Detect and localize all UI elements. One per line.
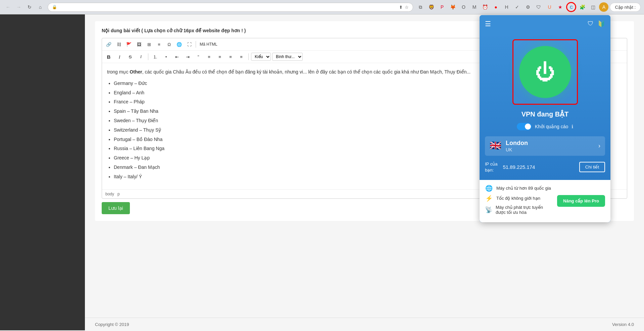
metamask-icon[interactable]: 🦊: [448, 2, 457, 12]
reload-button[interactable]: ↻: [25, 2, 34, 12]
feature-text-2: Tốc độ không giới hạn: [496, 196, 540, 201]
copyright-text: Copyright © 2019: [95, 322, 129, 327]
vpn-footer: 🌐 Máy chủ từ hơn 89 quốc gia ⚡ Tốc độ kh…: [480, 180, 610, 222]
vpn-ip-row: IP của bạn: 51.89.225.174 Chi tiết: [485, 161, 605, 173]
home-button[interactable]: ⌂: [36, 2, 45, 12]
toolbar-separator2: [148, 53, 148, 60]
lastpass-icon[interactable]: ●: [491, 2, 500, 12]
location-city: London: [506, 140, 598, 147]
italic2-button[interactable]: I: [136, 52, 146, 61]
toolbar-icons: ⧉ 🦁 P 🦊 O M ⏰ ● H ✓ ⚙ 🛡 U ★ C 🧩 ◫ A Cập …: [416, 2, 641, 12]
vpn-power-button[interactable]: ⏻: [519, 46, 571, 98]
vpn-panel: ☰ 🛡 🔰 ⏻ VPN đang BẬT Khởi quảng cáo ℹ 🇬🇧…: [480, 15, 610, 222]
ordered-list-btn[interactable]: 1.: [151, 52, 160, 61]
uk-flag-icon: 🇬🇧: [490, 140, 502, 152]
ext1-icon[interactable]: ✓: [512, 2, 522, 12]
extensions-icon[interactable]: ⧉: [416, 2, 425, 12]
footer-body: body: [105, 192, 114, 196]
pinterest-icon[interactable]: P: [437, 2, 447, 12]
sidebar-icon[interactable]: ◫: [588, 2, 598, 12]
quote-btn[interactable]: ": [194, 52, 203, 61]
copyright-bar: Copyright © 2019 Version 4.0: [85, 318, 644, 331]
profile-avatar[interactable]: A: [599, 2, 608, 12]
outdent-btn[interactable]: ⇥: [183, 52, 192, 61]
brave-wallet-icon[interactable]: U: [545, 2, 554, 12]
upgrade-button[interactable]: Nâng cấp lên Pro: [557, 195, 605, 207]
vpn-status-text: VPN đang BẬT: [522, 110, 569, 118]
vpn-location-row[interactable]: 🇬🇧 London UK ›: [485, 136, 605, 156]
vpn-features-list: 🌐 Máy chủ từ hơn 89 quốc gia ⚡ Tốc độ kh…: [485, 185, 554, 218]
feature-text-3: Máy chủ phát trực tuyến được tối ưu hóa: [496, 205, 554, 215]
image-btn[interactable]: 🖼: [134, 40, 144, 49]
align-right-btn[interactable]: ≡: [226, 52, 235, 61]
ad-block-toggle[interactable]: [517, 123, 532, 130]
align-left-btn[interactable]: ≡: [204, 52, 214, 61]
feature-text-1: Máy chủ từ hơn 89 quốc gia: [496, 186, 551, 191]
toolbar-separator3: [248, 53, 249, 60]
globe-feature-icon: 🌐: [485, 185, 493, 192]
vpn-footer-inner: 🌐 Máy chủ từ hơn 89 quốc gia ⚡ Tốc độ kh…: [485, 185, 605, 218]
ntp-icon[interactable]: ⏰: [480, 2, 490, 12]
browser-chrome: ← → ↻ ⌂ 🔒 phamthanhxuan.com/admin/baivie…: [0, 0, 644, 14]
vpn-header: ☰ 🛡 🔰: [480, 15, 610, 33]
location-arrow-icon: ›: [598, 142, 600, 149]
address-bar[interactable]: 🔒 phamthanhxuan.com/admin/baiviet/create…: [48, 3, 413, 12]
puzzle-icon[interactable]: 🧩: [578, 2, 587, 12]
format-select[interactable]: Bình thư...: [272, 53, 303, 61]
forward-button[interactable]: →: [14, 2, 23, 12]
lock-icon: 🔒: [52, 5, 57, 9]
flag-btn[interactable]: 🚩: [124, 40, 134, 49]
bookmark-icon[interactable]: ★: [555, 2, 565, 12]
indent-btn[interactable]: ⇤: [172, 52, 182, 61]
update-button[interactable]: Cập nhật :: [610, 3, 641, 12]
url-input[interactable]: phamthanhxuan.com/admin/baiviet/create: [59, 5, 397, 10]
share-icon: ⬆: [399, 5, 403, 10]
omega-btn[interactable]: Ω: [164, 40, 174, 49]
html-btn[interactable]: Mã HTML: [198, 40, 219, 49]
style-select[interactable]: Kiểu: [251, 53, 271, 61]
ip-address: 51.89.225.174: [503, 164, 574, 170]
back-button[interactable]: ←: [3, 2, 13, 12]
detail-button[interactable]: Chi tiết: [579, 162, 605, 172]
strikethrough-button[interactable]: S: [126, 52, 135, 61]
align-btn[interactable]: ≡: [154, 40, 164, 49]
stream-feature-icon: 📡: [485, 206, 492, 214]
speed-feature-icon: ⚡: [485, 195, 493, 202]
vpn-header-icons: 🛡 🔰: [588, 20, 605, 28]
align-center-btn[interactable]: ≡: [215, 52, 225, 61]
vpn-extension-icon[interactable]: C: [566, 2, 576, 12]
vpn-feature-3: 📡 Máy chủ phát trực tuyến được tối ưu hó…: [485, 205, 554, 215]
brave-icon[interactable]: 🦁: [427, 2, 436, 12]
vpn-power-container: ⏻: [512, 39, 578, 105]
fullscreen-btn[interactable]: ⛶: [185, 40, 194, 49]
browser-toolbar: ← → ↻ ⌂ 🔒 phamthanhxuan.com/admin/baivie…: [0, 0, 644, 14]
gmail-icon[interactable]: M: [469, 2, 479, 12]
star-icon: ☆: [405, 5, 409, 10]
save-button[interactable]: Lưu lại: [102, 202, 130, 214]
settings-icon[interactable]: ⚙: [523, 2, 533, 12]
nav-buttons: ← → ↻ ⌂: [3, 2, 45, 12]
info-icon[interactable]: ℹ: [572, 124, 573, 129]
toolbar-separator: [196, 41, 196, 48]
globe-btn[interactable]: 🌐: [175, 40, 184, 49]
unlink-btn[interactable]: ⛓: [114, 40, 123, 49]
vpn-feature-2: ⚡ Tốc độ không giới hạn: [485, 195, 554, 202]
vpn-menu-icon[interactable]: ☰: [485, 20, 491, 28]
unordered-list-btn[interactable]: •: [161, 52, 171, 61]
location-country: UK: [506, 147, 598, 152]
justify-btn[interactable]: ≡: [237, 52, 246, 61]
table-btn[interactable]: ⊞: [144, 40, 154, 49]
vpn-feature-1: 🌐 Máy chủ từ hơn 89 quốc gia: [485, 185, 554, 192]
version-text: Version 4.0: [612, 322, 634, 327]
honey-icon[interactable]: H: [502, 2, 511, 12]
location-text: London UK: [506, 140, 598, 152]
brave-shield-icon[interactable]: 🛡: [534, 2, 543, 12]
vpn-broken-shield-icon[interactable]: 🔰: [598, 20, 605, 28]
vpn-toggle-row: Khởi quảng cáo ℹ: [485, 123, 605, 130]
link-btn[interactable]: 🔗: [104, 40, 113, 49]
vpn-body: ⏻ VPN đang BẬT Khởi quảng cáo ℹ 🇬🇧 Londo…: [480, 33, 610, 180]
opera-icon[interactable]: O: [459, 2, 468, 12]
vpn-shield-icon[interactable]: 🛡: [588, 20, 594, 28]
bold-button[interactable]: B: [104, 52, 113, 61]
italic-button[interactable]: I: [115, 52, 124, 61]
